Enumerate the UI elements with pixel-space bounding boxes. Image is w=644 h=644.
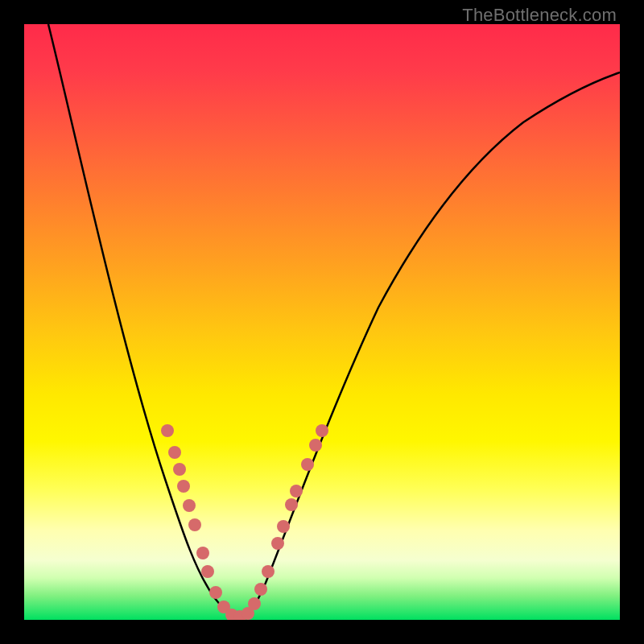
- highlight-point: [248, 597, 261, 610]
- highlight-point: [168, 446, 181, 459]
- chart-container: TheBottleneck.com: [0, 0, 644, 644]
- highlight-point: [316, 424, 328, 437]
- watermark-text: TheBottleneck.com: [462, 5, 617, 26]
- curve-svg: [24, 24, 620, 620]
- highlight-point: [301, 458, 314, 471]
- highlight-point: [277, 520, 290, 533]
- highlight-point: [173, 463, 186, 476]
- highlight-point: [254, 583, 267, 596]
- highlight-point: [161, 424, 174, 437]
- highlight-point: [196, 547, 209, 559]
- highlight-point: [271, 537, 284, 550]
- highlight-point: [262, 565, 275, 578]
- highlight-point: [177, 480, 190, 493]
- highlighted-points-group: [161, 424, 328, 620]
- highlight-point: [309, 439, 322, 452]
- highlight-point: [290, 485, 303, 497]
- highlight-point: [183, 499, 196, 512]
- highlight-point: [285, 498, 298, 511]
- highlight-point: [209, 586, 222, 599]
- highlight-point: [201, 565, 214, 578]
- highlight-point: [188, 518, 201, 531]
- bottleneck-curve: [48, 24, 620, 616]
- plot-area: [24, 24, 620, 620]
